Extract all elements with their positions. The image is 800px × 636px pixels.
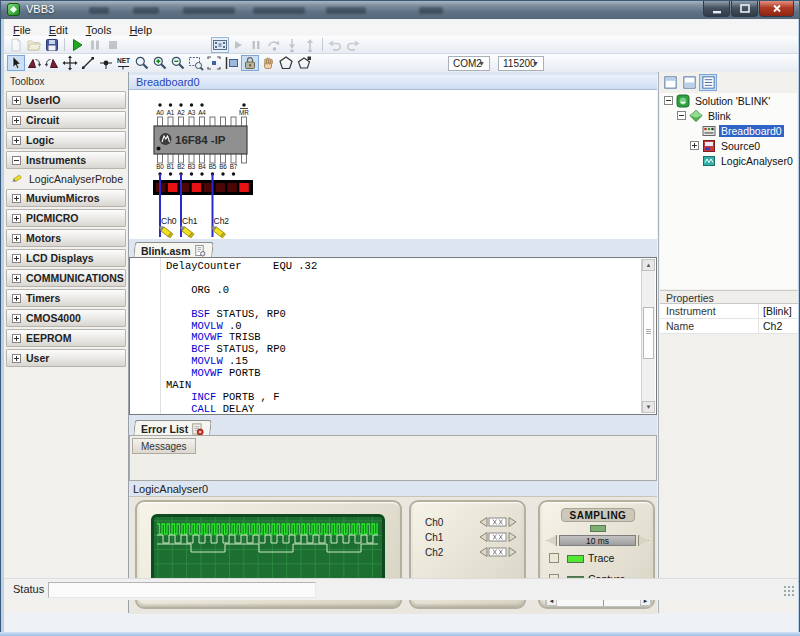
- editor-tab[interactable]: Blink.asm: [133, 242, 213, 258]
- pic-chip[interactable]: 16F84 -IP: [154, 126, 247, 154]
- polygon-icon[interactable]: [277, 55, 295, 71]
- open-file-icon[interactable]: [25, 37, 43, 53]
- view-solution-icon[interactable]: [661, 74, 679, 91]
- toolbox-item-communications[interactable]: COMMUNICATIONS: [6, 269, 126, 287]
- tree-item-source0[interactable]: Source0: [660, 138, 797, 153]
- pause-icon[interactable]: [86, 37, 104, 53]
- toolbox-item-muviummicros[interactable]: MuviumMicros: [6, 189, 126, 207]
- minimize-button[interactable]: [703, 1, 730, 17]
- expand-icon[interactable]: [12, 116, 21, 125]
- sampling-button[interactable]: SAMPLING: [561, 508, 635, 522]
- collapse-icon[interactable]: [12, 156, 21, 165]
- title-bar[interactable]: VBB3: [1, 1, 799, 19]
- tree-item-breadboard0[interactable]: Breadboard0: [660, 123, 797, 138]
- channel-connector-icon[interactable]: [479, 530, 517, 544]
- editor-scrollbar[interactable]: ▲ ▼: [641, 259, 655, 413]
- view-list-icon[interactable]: [699, 74, 717, 91]
- expand-icon[interactable]: [12, 254, 21, 263]
- channel-connector-icon[interactable]: [479, 545, 517, 559]
- sample-rate-slider[interactable]: 10 ms: [559, 535, 636, 546]
- expand-icon[interactable]: [12, 194, 21, 203]
- channel-connector-icon[interactable]: [479, 515, 517, 529]
- toolbox-item-cmos4000[interactable]: CMOS4000: [6, 309, 126, 327]
- expand-icon[interactable]: [12, 96, 21, 105]
- zoom-out-icon[interactable]: [169, 55, 187, 71]
- pause-small-icon[interactable]: [247, 37, 265, 53]
- move-icon[interactable]: [61, 55, 79, 71]
- polygon-edit-icon[interactable]: [295, 55, 313, 71]
- tree-item-solution-blink-[interactable]: Solution 'BLINK': [660, 93, 797, 108]
- toolbox-item-logic[interactable]: Logic: [6, 131, 126, 149]
- breadboard-tab[interactable]: Breadboard0: [129, 75, 657, 90]
- maximize-button[interactable]: [731, 1, 758, 17]
- menu-item-tools[interactable]: Tools: [77, 22, 121, 36]
- led-bar[interactable]: [153, 180, 253, 195]
- menu-item-edit[interactable]: Edit: [40, 22, 77, 36]
- collapse-icon[interactable]: [664, 96, 673, 105]
- property-row-name[interactable]: NameCh2: [660, 319, 798, 334]
- undo-icon[interactable]: [326, 37, 344, 53]
- zoom-icon[interactable]: [133, 55, 151, 71]
- sample-rate-increase-button[interactable]: [638, 535, 649, 546]
- junction-icon[interactable]: [97, 55, 115, 71]
- rotate-right-icon[interactable]: [43, 55, 61, 71]
- zoom-center-icon[interactable]: [205, 55, 223, 71]
- resize-grip[interactable]: [783, 585, 795, 597]
- select-cursor-icon[interactable]: [7, 55, 25, 71]
- expand-icon[interactable]: [12, 334, 21, 343]
- tree-item-blink[interactable]: Blink: [660, 108, 797, 123]
- expand-icon[interactable]: [12, 136, 21, 145]
- sample-rate-decrease-button[interactable]: [546, 535, 557, 546]
- run-icon[interactable]: [68, 37, 86, 53]
- property-value[interactable]: Ch2: [759, 319, 782, 333]
- toolbox-item-instruments[interactable]: Instruments: [6, 151, 126, 169]
- code-text[interactable]: DelayCounter EQU .32 ORG .0 BSF STATUS, …: [166, 261, 317, 416]
- expand-icon[interactable]: [12, 214, 21, 223]
- rotate-left-icon[interactable]: [25, 55, 43, 71]
- zoom-fit-icon[interactable]: [223, 55, 241, 71]
- toolbox-item-eeprom[interactable]: EEPROM: [6, 329, 126, 347]
- scroll-thumb[interactable]: [643, 307, 654, 359]
- view-split-icon[interactable]: [680, 74, 698, 91]
- code-editor[interactable]: DelayCounter EQU .32 ORG .0 BSF STATUS, …: [129, 257, 657, 415]
- expand-icon[interactable]: [690, 141, 699, 150]
- save-icon[interactable]: [43, 37, 61, 53]
- expand-icon[interactable]: [12, 274, 21, 283]
- close-button[interactable]: [759, 1, 794, 17]
- lock-icon[interactable]: [241, 55, 259, 71]
- com-port-select[interactable]: COM2 ▼: [448, 56, 490, 71]
- stop-icon[interactable]: [104, 37, 122, 53]
- step-out-icon[interactable]: [301, 37, 319, 53]
- menu-item-file[interactable]: File: [4, 22, 40, 36]
- play-small-icon[interactable]: [229, 37, 247, 53]
- zoom-region-icon[interactable]: [187, 55, 205, 71]
- toolbox-item-logicanalyserprobe[interactable]: LogicAnalyserProbe: [6, 171, 126, 187]
- solution-tree[interactable]: Solution 'BLINK'BlinkBreadboard0Source0L…: [660, 93, 797, 289]
- property-row-instrument[interactable]: Instrument[Blink]: [660, 304, 798, 319]
- step-over-icon[interactable]: [265, 37, 283, 53]
- toolbox-item-circuit[interactable]: Circuit: [6, 111, 126, 129]
- toolbox-item-userio[interactable]: UserIO: [6, 91, 126, 109]
- toolbox-item-user[interactable]: User: [6, 349, 126, 367]
- tree-item-logicanalyser0[interactable]: LogicAnalyser0: [660, 153, 797, 168]
- frame-capture-icon[interactable]: [211, 37, 229, 53]
- scroll-down-button[interactable]: ▼: [642, 401, 655, 413]
- collapse-icon[interactable]: [677, 111, 686, 120]
- net-label-icon[interactable]: NET: [115, 55, 133, 71]
- pan-hand-icon[interactable]: [259, 55, 277, 71]
- new-file-icon[interactable]: [7, 37, 25, 53]
- toolbox-item-timers[interactable]: Timers: [6, 289, 126, 307]
- zoom-in-icon[interactable]: [151, 55, 169, 71]
- trace-checkbox[interactable]: [549, 553, 559, 563]
- redo-icon[interactable]: [344, 37, 362, 53]
- expand-icon[interactable]: [12, 354, 21, 363]
- expand-icon[interactable]: [12, 314, 21, 323]
- chevron-down-icon[interactable]: ▼: [475, 58, 488, 69]
- toolbox-item-picmicro[interactable]: PICMICRO: [6, 209, 126, 227]
- messages-column-header[interactable]: Messages: [132, 438, 196, 454]
- toolbox-item-motors[interactable]: Motors: [6, 229, 126, 247]
- toolbox-item-lcd-displays[interactable]: LCD Displays: [6, 249, 126, 267]
- expand-icon[interactable]: [12, 234, 21, 243]
- expand-icon[interactable]: [12, 294, 21, 303]
- scroll-up-button[interactable]: ▲: [642, 259, 655, 271]
